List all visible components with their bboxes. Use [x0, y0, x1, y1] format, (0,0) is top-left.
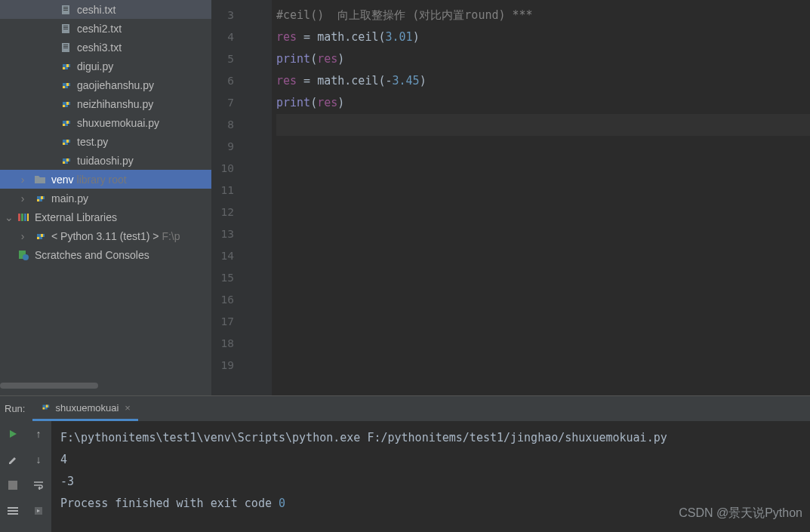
tree-file-gaojie[interactable]: gaojiehanshu.py — [0, 75, 211, 94]
svg-rect-13 — [21, 214, 23, 221]
svg-rect-1 — [63, 7, 68, 8]
tree-suffix: library root — [77, 174, 127, 186]
run-tab-name: shuxuemokuai — [55, 402, 119, 414]
tree-label: gaojiehanshu.py — [77, 79, 154, 91]
sidebar-scrollbar[interactable] — [0, 381, 211, 390]
python-file-icon — [59, 116, 72, 130]
tree-label: main.py — [51, 192, 88, 204]
down-arrow-icon[interactable]: ↓ — [30, 451, 47, 468]
chevron-down-icon: ⌄ — [3, 211, 15, 223]
tree-file-digui[interactable]: digui.py — [0, 57, 211, 75]
tree-label: External Libraries — [35, 211, 117, 223]
tree-path: F:\p — [162, 230, 180, 242]
line-gutter[interactable]: 3456789 10111213141516171819 — [211, 0, 245, 395]
tree-label: venv — [51, 174, 74, 186]
tree-label: digui.py — [77, 60, 113, 72]
tree-file-neizhi[interactable]: neizhihanshu.py — [0, 94, 211, 113]
run-toolbar-actions — [0, 421, 26, 532]
console-exit: Process finished with exit code 0 — [60, 493, 801, 515]
svg-rect-5 — [63, 26, 68, 26]
tree-label: ceshi2.txt — [77, 23, 122, 35]
tree-label: tuidaoshi.py — [77, 155, 134, 167]
python-file-icon — [59, 135, 72, 149]
current-line — [276, 114, 810, 136]
tree-scratches[interactable]: Scratches and Consoles — [0, 245, 211, 264]
svg-rect-3 — [63, 10, 68, 11]
tree-label: shuxuemokuai.py — [77, 117, 159, 129]
tree-file-ceshi[interactable]: ceshi.txt — [0, 0, 211, 19]
tree-label: neizhihanshu.py — [77, 98, 153, 110]
code-editor[interactable]: 3456789 10111213141516171819 #ceil() 向上取… — [211, 0, 810, 395]
svg-rect-20 — [8, 510, 18, 512]
stop-button[interactable] — [5, 477, 21, 494]
svg-rect-10 — [63, 46, 68, 47]
svg-rect-19 — [8, 507, 18, 509]
tree-file-tuidao[interactable]: tuidaoshi.py — [0, 151, 211, 170]
project-tree[interactable]: ceshi.txt ceshi2.txt ceshi3.txt digui.py… — [0, 0, 211, 395]
text-file-icon — [59, 41, 72, 54]
svg-rect-15 — [27, 214, 29, 221]
console-out: -3 — [60, 471, 801, 493]
svg-rect-18 — [8, 481, 17, 490]
python-icon — [33, 229, 47, 243]
python-file-icon — [59, 60, 72, 73]
svg-rect-6 — [63, 27, 68, 28]
tree-file-shuxue[interactable]: shuxuemokuai.py — [0, 113, 211, 132]
scroll-to-end-icon[interactable] — [30, 503, 47, 519]
soft-wrap-icon[interactable] — [30, 477, 47, 494]
folder-icon — [33, 173, 47, 186]
chevron-right-icon: › — [17, 174, 29, 186]
svg-point-17 — [23, 254, 29, 260]
run-label: Run: — [5, 403, 25, 414]
code-comment: #ceil() 向上取整操作 (对比内置round) *** — [276, 8, 533, 22]
tree-external-libraries[interactable]: ⌄ External Libraries — [0, 208, 211, 226]
console-output[interactable]: F:\pythonitems\test1\venv\Scripts\python… — [51, 421, 810, 532]
tree-label: < Python 3.11 (test1) > — [51, 230, 159, 242]
python-file-icon — [59, 154, 72, 168]
tree-file-test[interactable]: test.py — [0, 132, 211, 151]
tree-file-ceshi2[interactable]: ceshi2.txt — [0, 19, 211, 38]
settings-button[interactable] — [5, 451, 21, 468]
tree-file-ceshi3[interactable]: ceshi3.txt — [0, 38, 211, 57]
python-file-icon — [59, 78, 72, 92]
chevron-right-icon: › — [17, 192, 29, 204]
python-file-icon — [33, 192, 47, 205]
run-header: Run: shuxuemokuai × — [0, 396, 810, 421]
svg-rect-14 — [24, 214, 26, 221]
tree-label: ceshi3.txt — [77, 42, 122, 54]
tree-label: ceshi.txt — [77, 4, 115, 16]
run-panel: Run: shuxuemokuai × ↑ ↓ F:\pythonitems\t… — [0, 395, 810, 532]
tree-folder-venv[interactable]: › venv library root — [0, 170, 211, 189]
svg-rect-9 — [63, 45, 68, 45]
rerun-button[interactable] — [5, 426, 21, 442]
tree-python-env[interactable]: › < Python 3.11 (test1) > F:\p — [0, 226, 211, 245]
svg-rect-21 — [8, 513, 18, 515]
text-file-icon — [59, 3, 72, 17]
layout-button[interactable] — [5, 503, 21, 519]
library-icon — [17, 211, 30, 224]
tree-label: test.py — [77, 136, 108, 148]
text-file-icon — [59, 22, 72, 35]
chevron-right-icon: › — [17, 230, 29, 242]
up-arrow-icon[interactable]: ↑ — [30, 426, 47, 442]
svg-rect-7 — [63, 29, 68, 29]
console-out: 4 — [60, 449, 801, 471]
svg-rect-2 — [63, 8, 68, 9]
run-tab[interactable]: shuxuemokuai × — [32, 396, 137, 421]
python-file-icon — [40, 401, 51, 414]
svg-rect-11 — [63, 48, 68, 48]
close-tab-icon[interactable]: × — [125, 402, 131, 414]
tree-file-main[interactable]: › main.py — [0, 189, 211, 208]
python-file-icon — [59, 97, 72, 111]
scrollbar-thumb[interactable] — [0, 383, 98, 389]
code-content[interactable]: #ceil() 向上取整操作 (对比内置round) *** res = mat… — [272, 0, 810, 395]
console-cmd: F:\pythonitems\test1\venv\Scripts\python… — [60, 427, 801, 449]
scratches-icon — [17, 248, 30, 262]
run-toolbar-nav: ↑ ↓ — [26, 421, 51, 532]
tree-label: Scratches and Consoles — [35, 249, 149, 261]
svg-rect-12 — [18, 214, 20, 221]
